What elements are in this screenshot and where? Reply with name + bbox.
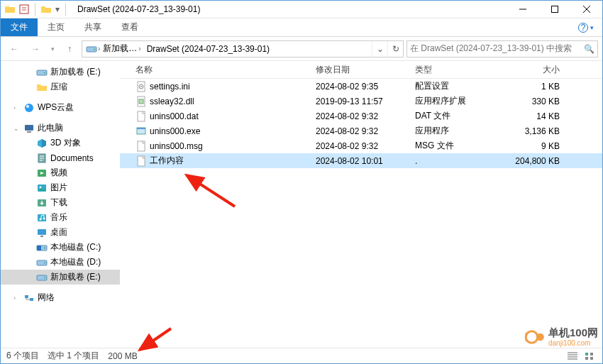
tree-item[interactable]: 新加载卷 (E:): [1, 65, 120, 79]
net-icon: [23, 292, 35, 304]
svg-text:?: ?: [581, 23, 586, 33]
tree-item[interactable]: 新加载卷 (E:): [1, 270, 120, 285]
minimize-button[interactable]: [507, 1, 538, 18]
status-bar: 6 个项目 选中 1 个项目 200 MB: [1, 348, 602, 363]
tree-label: 桌面: [50, 226, 67, 238]
nav-bar: ← → ▾ ↑ › 新加载…› DrawSet (2024-07-23_13-3…: [1, 37, 602, 61]
search-box[interactable]: 在 DrawSet (2024-07-23_13-39-01) 中搜索 🔍: [406, 40, 598, 57]
refresh-button[interactable]: ↻: [387, 41, 403, 57]
file-name: settings.ini: [150, 82, 190, 92]
forward-button[interactable]: →: [26, 40, 45, 58]
col-size[interactable]: 大小: [494, 64, 564, 76]
drive-icon: [36, 67, 48, 78]
details-view-button[interactable]: [565, 350, 580, 363]
tab-home[interactable]: 主页: [38, 18, 74, 36]
maximize-button[interactable]: [538, 1, 570, 18]
tab-share[interactable]: 共享: [74, 18, 111, 36]
video-icon: [36, 167, 48, 179]
tree-item[interactable]: 视频: [1, 165, 120, 180]
back-button[interactable]: ←: [5, 40, 23, 58]
file-row[interactable]: ssleay32.dll2019-09-13 11:57应用程序扩展330 KB: [120, 94, 602, 109]
tree-item[interactable]: 3D 对象: [1, 136, 120, 150]
svg-rect-35: [138, 111, 145, 121]
tree-label: 网络: [38, 292, 55, 304]
watermark-name: 单机100网: [548, 327, 598, 339]
recent-dropdown[interactable]: ▾: [48, 40, 57, 58]
svg-rect-39: [138, 156, 145, 166]
selected-size: 200 MB: [108, 351, 137, 361]
dl-icon: [36, 197, 48, 209]
tree-label: 压缩: [50, 81, 67, 93]
tree-item[interactable]: ›WPS云盘: [1, 100, 120, 115]
tree-item[interactable]: 图片: [1, 180, 120, 195]
help-button[interactable]: ?▾: [569, 18, 602, 36]
file-tab[interactable]: 文件: [1, 18, 38, 36]
file-type: 配置设置: [411, 80, 494, 92]
tree-label: 此电脑: [38, 122, 63, 134]
svg-rect-43: [590, 357, 593, 360]
file-icon: [135, 155, 147, 167]
file-row[interactable]: unins000.msg2024-08-02 9:32MSG 文件9 KB: [120, 138, 602, 153]
title-bar: ▾ DrawSet (2024-07-23_13-39-01): [1, 1, 602, 18]
svg-rect-1: [551, 6, 558, 13]
tree-item[interactable]: 桌面: [1, 225, 120, 240]
svg-point-23: [44, 247, 45, 248]
folder-icon: [4, 3, 16, 16]
expand-icon[interactable]: ›: [13, 294, 21, 302]
dropdown-icon[interactable]: ▾: [54, 3, 61, 16]
svg-point-15: [40, 186, 42, 188]
tab-view[interactable]: 查看: [111, 18, 148, 36]
up-button[interactable]: ↑: [60, 40, 79, 58]
icons-view-button[interactable]: [582, 350, 597, 363]
col-date[interactable]: 修改日期: [311, 64, 411, 76]
file-list[interactable]: 名称 修改日期 类型 大小 settings.ini2024-08-02 9:3…: [120, 62, 602, 348]
svg-point-32: [140, 86, 142, 87]
properties-icon[interactable]: [18, 3, 31, 16]
file-size: 1 KB: [494, 82, 564, 92]
expand-icon[interactable]: ›: [13, 104, 21, 111]
watermark-logo-icon: [524, 326, 546, 348]
col-name[interactable]: 名称: [131, 64, 311, 76]
file-name: ssleay32.dll: [150, 96, 194, 106]
tree-label: Documents: [50, 153, 94, 163]
music-icon: [36, 212, 48, 224]
breadcrumb-item[interactable]: 新加载…›: [100, 41, 143, 57]
tree-label: 本地磁盘 (D:): [50, 256, 101, 268]
selected-count: 选中 1 个项目: [48, 350, 99, 362]
svg-rect-41: [590, 353, 593, 355]
nav-tree[interactable]: 新加载卷 (E:)压缩›WPS云盘⌄此电脑3D 对象Documents视频图片下…: [1, 62, 120, 348]
file-row[interactable]: 工作内容2024-08-02 10:01.204,800 KB: [120, 153, 602, 168]
quick-access-toolbar: ▾: [1, 3, 72, 16]
tree-item[interactable]: 音乐: [1, 210, 120, 225]
svg-point-5: [94, 48, 95, 50]
search-placeholder: 在 DrawSet (2024-07-23_13-39-01) 中搜索: [410, 43, 572, 55]
file-name: unins000.exe: [150, 126, 200, 136]
expand-icon[interactable]: ⌄: [13, 125, 21, 132]
tree-item[interactable]: 压缩: [1, 79, 120, 94]
drive-icon: [36, 272, 48, 283]
file-row[interactable]: unins000.exe2024-08-02 9:32应用程序3,136 KB: [120, 123, 602, 138]
tree-item[interactable]: ›网络: [1, 290, 120, 305]
file-row[interactable]: unins000.dat2024-08-02 9:32DAT 文件14 KB: [120, 109, 602, 123]
tree-item[interactable]: 本地磁盘 (C:): [1, 240, 120, 255]
close-button[interactable]: [570, 1, 602, 18]
tree-label: 下载: [50, 197, 67, 209]
address-bar[interactable]: › 新加载…› DrawSet (2024-07-23_13-39-01) ⌄ …: [82, 40, 404, 57]
file-row[interactable]: settings.ini2024-08-02 9:35配置设置1 KB: [120, 79, 602, 94]
svg-rect-10: [25, 125, 33, 131]
exe-icon: [135, 126, 147, 137]
tree-item[interactable]: Documents: [1, 150, 120, 165]
tree-item[interactable]: 下载: [1, 195, 120, 210]
tree-item[interactable]: ⌄此电脑: [1, 121, 120, 136]
file-icon: [135, 111, 147, 122]
svg-rect-11: [27, 131, 31, 133]
tree-label: 音乐: [50, 211, 67, 224]
col-type[interactable]: 类型: [411, 64, 494, 76]
tree-label: 新加载卷 (E:): [50, 271, 101, 283]
svg-point-44: [526, 331, 538, 343]
svg-point-27: [44, 277, 45, 278]
address-dropdown[interactable]: ⌄: [372, 41, 387, 57]
tree-item[interactable]: 本地磁盘 (D:): [1, 255, 120, 270]
breadcrumb-item[interactable]: DrawSet (2024-07-23_13-39-01): [144, 41, 272, 57]
svg-rect-34: [139, 99, 143, 104]
